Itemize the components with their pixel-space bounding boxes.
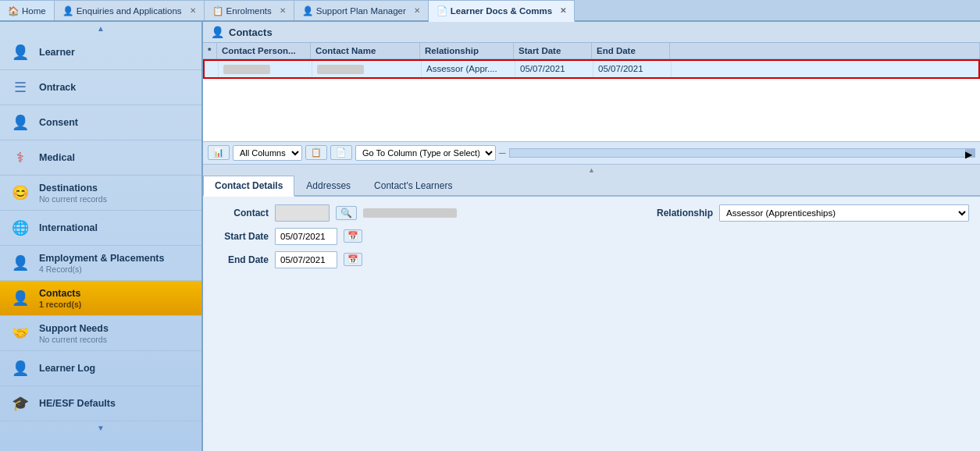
destinations-icon: 😊 — [9, 182, 31, 204]
contacts-grid: * Contact Person... Contact Name Relatio… — [203, 43, 980, 141]
tab-support-label: Support Plan Manager — [316, 6, 406, 16]
sidebar-learner-label: Learner — [39, 47, 192, 58]
copy-icon: 📋 — [311, 147, 322, 158]
sidebar-item-destinations[interactable]: 😊 Destinations No current records — [0, 176, 201, 211]
grid-empty-area — [203, 79, 980, 141]
tab-addresses[interactable]: Addresses — [294, 176, 362, 195]
masked-contact-person — [223, 65, 270, 74]
sidebar-contacts-label: Contacts — [39, 288, 192, 299]
sidebar-destinations-sub: No current records — [39, 194, 192, 204]
grid-cell-marker — [205, 61, 219, 77]
relationship-field-label: Relationship — [657, 208, 713, 218]
tab-support[interactable]: 👤 Support Plan Manager ✕ — [294, 0, 429, 20]
table-row[interactable]: Assessor (Appr.... 05/07/2021 05/07/2021 — [203, 59, 980, 79]
learnerlog-icon: 👤 — [9, 357, 31, 379]
start-date-calendar-button[interactable]: 📅 — [344, 229, 362, 243]
grid-col-marker[interactable]: * — [203, 43, 217, 59]
sidebar-item-contacts[interactable]: 👤 Contacts 1 record(s) — [0, 281, 201, 316]
sidebar-contacts-sub: 1 record(s) — [39, 300, 192, 309]
international-icon: 🌐 — [9, 217, 31, 239]
sidebar-item-international[interactable]: 🌐 International — [0, 211, 201, 246]
sidebar-learnerlog-label: Learner Log — [39, 363, 192, 374]
tab-support-close[interactable]: ✕ — [414, 6, 420, 15]
grid-col-contact-name[interactable]: Contact Name — [311, 43, 420, 59]
tab-bar: 🏠 Home 👤 Enquiries and Applications ✕ 📋 … — [0, 0, 980, 22]
sidebar-item-learnerlog[interactable]: 👤 Learner Log — [0, 351, 201, 386]
contacts-section-title: Contacts — [229, 27, 273, 38]
sidebar-support-needs-label: Support Needs — [39, 323, 192, 334]
section-resize-handle[interactable]: ▲ — [203, 165, 980, 176]
grid-cell-extra — [672, 61, 978, 77]
enquiries-icon: 👤 — [62, 5, 73, 16]
scrollbar-arrow-right[interactable]: ▶ — [965, 149, 975, 157]
grid-col-end-date[interactable]: End Date — [592, 43, 670, 59]
sidebar-employment-label: Employment & Placements — [39, 253, 192, 264]
tab-enrolments-label: Enrolments — [226, 6, 272, 16]
medical-icon: ⚕ — [9, 147, 31, 169]
sidebar-item-ontrack[interactable]: ☰ Ontrack — [0, 70, 201, 105]
sidebar-item-consent[interactable]: 👤 Consent — [0, 105, 201, 140]
grid-col-contact-person[interactable]: Contact Person... — [217, 43, 311, 59]
start-date-label: Start Date — [214, 231, 269, 242]
sidebar-scroll-up[interactable]: ▲ — [0, 22, 201, 35]
start-date-form-row: Start Date 📅 — [214, 228, 969, 245]
sidebar-item-hesf[interactable]: 🎓 HE/ESF Defaults — [0, 386, 201, 421]
sidebar-destinations-label: Destinations — [39, 183, 192, 194]
sidebar-item-learner[interactable]: 👤 Learner — [0, 35, 201, 70]
sidebar-item-medical[interactable]: ⚕ Medical — [0, 140, 201, 176]
main-layout: ▲ 👤 Learner ☰ Ontrack 👤 Consent ⚕ Medica… — [0, 22, 980, 451]
columns-select[interactable]: All Columns — [233, 145, 302, 161]
horizontal-scrollbar[interactable]: ▶ — [509, 148, 975, 158]
sidebar-international-label: International — [39, 222, 192, 233]
go-to-column-select[interactable]: Go To Column (Type or Select) — [355, 145, 496, 161]
home-icon: 🏠 — [8, 5, 19, 16]
tab-contacts-learners[interactable]: Contact's Learners — [362, 176, 464, 195]
detail-form: Contact 🔍 Relationship Assessor (Apprent… — [203, 197, 980, 276]
sidebar-item-employment[interactable]: 👤 Employment & Placements 4 Record(s) — [0, 246, 201, 281]
tab-learnerdocs-close[interactable]: ✕ — [560, 6, 566, 15]
sidebar-employment-sub: 4 Record(s) — [39, 265, 192, 274]
grid-cell-contact-person — [219, 61, 312, 77]
contact-field-label: Contact — [214, 208, 269, 218]
tab-enrolments-close[interactable]: ✕ — [280, 6, 286, 15]
tab-learnerdocs[interactable]: 📄 Learner Docs & Comms ✕ — [429, 0, 575, 22]
tab-enrolments[interactable]: 📋 Enrolments ✕ — [205, 0, 294, 20]
employment-icon: 👤 — [9, 252, 31, 274]
tab-contact-details-label: Contact Details — [215, 180, 283, 191]
grid-col-extra — [670, 43, 980, 59]
learner-icon: 👤 — [9, 41, 31, 63]
contact-field-input[interactable] — [275, 204, 330, 222]
resize-handle-icon[interactable]: ─ — [499, 147, 506, 158]
sidebar-ontrack-label: Ontrack — [39, 82, 192, 93]
paste-icon: 📄 — [336, 147, 347, 158]
grid-col-start-date[interactable]: Start Date — [514, 43, 592, 59]
grid-cell-start-date: 05/07/2021 — [515, 61, 593, 77]
grid-col-relationship[interactable]: Relationship — [420, 43, 514, 59]
relationship-select[interactable]: Assessor (Apprenticeships) — [719, 204, 969, 222]
tab-home[interactable]: 🏠 Home — [0, 0, 55, 20]
learnerdocs-icon: 📄 — [437, 5, 447, 16]
grid-copy-button[interactable]: 📋 — [305, 145, 327, 160]
end-date-input[interactable] — [275, 251, 337, 268]
hesf-icon: 🎓 — [9, 392, 31, 414]
support-icon: 👤 — [302, 5, 313, 16]
start-date-input[interactable] — [275, 228, 337, 245]
tab-enquiries-close[interactable]: ✕ — [190, 6, 196, 15]
ontrack-icon: ☰ — [9, 76, 31, 98]
sidebar-item-support-needs[interactable]: 🤝 Support Needs No current records — [0, 316, 201, 351]
masked-contact-name — [317, 65, 364, 74]
sidebar: ▲ 👤 Learner ☰ Ontrack 👤 Consent ⚕ Medica… — [0, 22, 203, 451]
grid-toolbar: 📊 All Columns 📋 📄 Go To Column (Type or … — [203, 141, 980, 165]
grid-header-row: * Contact Person... Contact Name Relatio… — [203, 43, 980, 59]
sidebar-scroll-down[interactable]: ▼ — [0, 421, 201, 435]
tab-addresses-label: Addresses — [306, 180, 351, 191]
support-needs-icon: 🤝 — [9, 322, 31, 344]
grid-paste-button[interactable]: 📄 — [330, 145, 352, 160]
tab-contact-details[interactable]: Contact Details — [203, 176, 294, 197]
tab-enquiries[interactable]: 👤 Enquiries and Applications ✕ — [55, 0, 205, 20]
grid-export-button[interactable]: 📊 — [208, 145, 230, 160]
tab-home-label: Home — [22, 6, 46, 16]
end-date-calendar-button[interactable]: 📅 — [344, 253, 362, 266]
detail-tab-bar: Contact Details Addresses Contact's Lear… — [203, 176, 980, 197]
contact-search-button[interactable]: 🔍 — [336, 206, 357, 220]
